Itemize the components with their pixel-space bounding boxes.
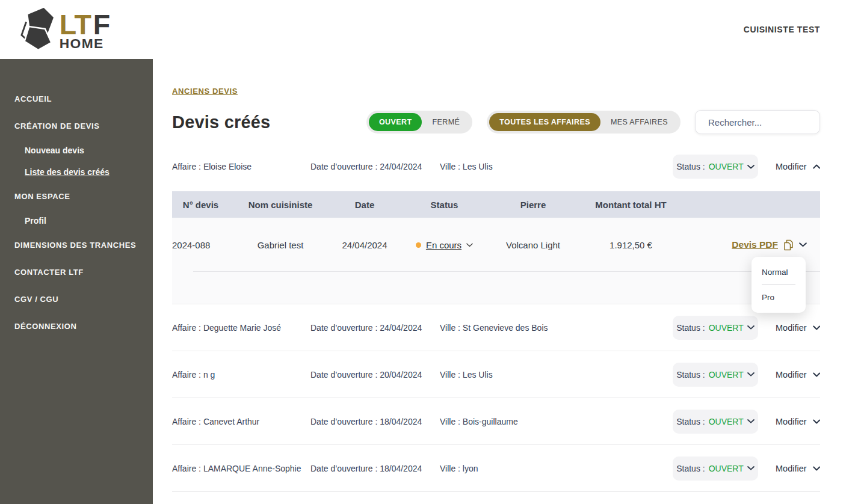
affaire-actions: Status : OUVERT Modifier — [673, 410, 820, 434]
affaire-actions: Status : OUVERT Modifier — [673, 363, 820, 387]
affaire-open-date: Date d’ouverture : 18/04/2024 — [310, 464, 440, 473]
chevron-down-icon — [799, 242, 807, 247]
title-row: Devis créés OUVERT FERMÉ TOUTES LES AFFA… — [172, 109, 820, 135]
copy-devis-button[interactable] — [783, 239, 794, 251]
status-value: OUVERT — [709, 162, 744, 171]
affaire-metas: Affaire : Deguette Marie José Date d’ouv… — [172, 323, 548, 333]
affaire-status-select[interactable]: Status : OUVERT — [673, 316, 758, 340]
affaire-status-select[interactable]: Status : OUVERT — [673, 410, 758, 434]
sidebar-item-cgv-cgu[interactable]: CGV / CGU — [0, 286, 153, 313]
modifier-collapse-button[interactable]: Modifier — [776, 162, 820, 171]
chevron-down-icon — [813, 465, 820, 472]
column-header-pierre: Pierre — [491, 200, 575, 210]
modifier-expand-button[interactable]: Modifier — [776, 370, 820, 380]
devis-table-body: 2024-088 Gabriel test 24/04/2024 En cour… — [172, 218, 820, 304]
sidebar-item-liste-des-devis-crees[interactable]: Liste des devis créés — [0, 161, 153, 183]
devis-row: 2024-088 Gabriel test 24/04/2024 En cour… — [172, 218, 820, 272]
affaire-actions: Status : OUVERT Modifier — [673, 316, 820, 340]
devis-table: N° devis Nom cuisiniste Date Status Pier… — [172, 191, 820, 304]
affaire-open-date: Date d’ouverture : 18/04/2024 — [310, 417, 440, 426]
status-value: OUVERT — [709, 370, 744, 380]
modifier-expand-button[interactable]: Modifier — [776, 417, 820, 426]
affaires-filter-toggle: TOUTES LES AFFAIRES MES AFFAIRES — [487, 111, 681, 134]
devis-date: 24/04/2024 — [332, 240, 398, 250]
affaire-name: Affaire : Canevet Arthur — [172, 417, 310, 426]
status-dot-icon — [416, 242, 421, 248]
breadcrumb-anciens-devis[interactable]: ANCIENS DEVIS — [172, 87, 238, 96]
affaire-row: Affaire : Deguette Marie José Date d’ouv… — [172, 304, 820, 351]
modifier-expand-button[interactable]: Modifier — [776, 323, 820, 333]
chevron-down-icon — [747, 466, 755, 470]
affaire-status-select[interactable]: Status : OUVERT — [673, 456, 758, 481]
sidebar-item-mon-espace[interactable]: MON ESPACE — [0, 183, 153, 210]
modifier-label: Modifier — [776, 370, 807, 380]
devis-pierre: Volcano Light — [491, 240, 575, 250]
sidebar-item-dimensions-des-tranches[interactable]: DIMENSIONS DES TRANCHES — [0, 232, 153, 259]
chevron-down-icon — [747, 419, 755, 423]
logo-text-home: HOME — [60, 35, 104, 51]
main-content: ANCIENS DEVIS Devis créés OUVERT FERMÉ T… — [153, 59, 858, 504]
sidebar-item-contacter-ltf[interactable]: CONTACTER LTF — [0, 259, 153, 286]
status-value: OUVERT — [709, 323, 744, 333]
affaire-actions: Status : OUVERT Modifier — [673, 155, 820, 179]
column-header-num-devis: N° devis — [172, 200, 229, 210]
affaire-status-select[interactable]: Status : OUVERT — [673, 363, 758, 387]
top-header: LT F HOME CUISINISTE TEST — [0, 0, 858, 59]
affaire-actions: Status : OUVERT Modifier — [673, 456, 820, 481]
column-header-date: Date — [332, 200, 398, 210]
modifier-label: Modifier — [776, 464, 807, 473]
devis-status-select[interactable]: En cours — [398, 240, 491, 250]
affaire-city: Ville : Bois-guillaume — [440, 417, 518, 426]
modifier-expand-button[interactable]: Modifier — [776, 464, 820, 473]
affaire-name: Affaire : Deguette Marie José — [172, 323, 310, 333]
status-value: OUVERT — [709, 464, 744, 473]
copy-icon — [783, 239, 794, 251]
pdf-menu-item-normal[interactable]: Normal — [762, 260, 795, 284]
affaire-name: Affaire : n g — [172, 370, 310, 380]
affaire-row: Affaire : Canevet Arthur Date d’ouvertur… — [172, 398, 820, 445]
affaire-city: Ville : St Genevieve des Bois — [440, 323, 548, 333]
status-value: OUVERT — [709, 417, 744, 426]
affaire-metas: Affaire : LAMARQUE Anne-Sophie Date d’ou… — [172, 464, 478, 473]
affaire-name: Affaire : LAMARQUE Anne-Sophie — [172, 464, 310, 473]
filter-controls: OUVERT FERMÉ TOUTES LES AFFAIRES MES AFF… — [366, 110, 820, 134]
affaire-metas: Affaire : n g Date d’ouverture : 20/04/2… — [172, 370, 493, 380]
affaire-metas: Affaire : Eloise Eloise Date d’ouverture… — [172, 162, 493, 171]
affaire-row: Affaire : LAMARQUE Anne-Sophie Date d’ou… — [172, 445, 820, 492]
chevron-down-icon — [813, 418, 820, 425]
column-header-status: Status — [398, 200, 491, 210]
sidebar-item-accueil[interactable]: ACCUEIL — [0, 85, 153, 112]
affaire-city: Ville : lyon — [440, 464, 478, 473]
filter-ferme-button[interactable]: FERMÉ — [422, 113, 470, 131]
chevron-down-icon — [813, 324, 820, 331]
devis-montant: 1.912,50 € — [575, 240, 687, 250]
filter-toutes-les-affaires-button[interactable]: TOUTES LES AFFAIRES — [489, 113, 600, 131]
chevron-down-icon — [466, 243, 473, 247]
pdf-type-dropdown-button[interactable] — [799, 242, 807, 247]
affaire-city: Ville : Les Ulis — [440, 370, 493, 380]
devis-pdf-link[interactable]: Devis PDF — [732, 239, 778, 250]
affaire-open-date: Date d’ouverture : 24/04/2024 — [310, 162, 440, 171]
status-filter-toggle: OUVERT FERMÉ — [366, 111, 472, 134]
modifier-label: Modifier — [776, 417, 807, 426]
sidebar-item-profil[interactable]: Profil — [0, 210, 153, 232]
affaire-row-header: Affaire : Eloise Eloise Date d’ouverture… — [172, 154, 820, 179]
affaire-name: Affaire : Eloise Eloise — [172, 162, 310, 171]
affaire-status-select[interactable]: Status : OUVERT — [673, 155, 758, 179]
filter-mes-affaires-button[interactable]: MES AFFAIRES — [600, 113, 678, 131]
sidebar-item-creation-de-devis[interactable]: CRÉATION DE DEVIS — [0, 112, 153, 140]
search-input[interactable] — [708, 117, 828, 128]
devis-number: 2024-088 — [172, 240, 229, 250]
user-account-label: CUISINISTE TEST — [744, 25, 820, 34]
filter-ouvert-button[interactable]: OUVERT — [369, 113, 422, 131]
chevron-down-icon — [747, 325, 755, 330]
sidebar-item-deconnexion[interactable]: DÉCONNEXION — [0, 313, 153, 340]
pdf-type-menu: Normal Pro — [752, 257, 806, 313]
modifier-label: Modifier — [776, 323, 807, 333]
status-label: Status : — [676, 464, 705, 473]
pdf-menu-item-pro[interactable]: Pro — [762, 284, 795, 310]
ltf-logo-graphic: LT F HOME — [18, 5, 126, 51]
sidebar-item-nouveau-devis[interactable]: Nouveau devis — [0, 140, 153, 161]
ltf-home-logo[interactable]: LT F HOME — [18, 5, 126, 54]
modifier-label: Modifier — [776, 162, 807, 171]
